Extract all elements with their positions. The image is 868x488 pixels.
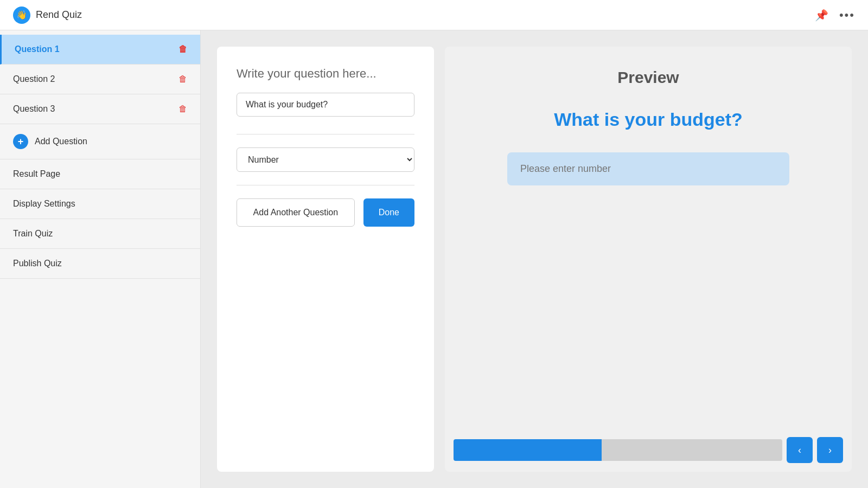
preview-title: Preview xyxy=(617,68,679,87)
preview-footer: ‹ › xyxy=(445,428,852,472)
main-layout: Question 1 🗑 Question 2 🗑 Question 3 🗑 +… xyxy=(0,30,868,488)
app-title: Rend Quiz xyxy=(36,9,82,21)
add-circle-icon: + xyxy=(13,134,28,149)
content-area: Write your question here... Number Text … xyxy=(201,30,868,488)
sidebar-item-label: Publish Quiz xyxy=(13,259,62,268)
sidebar-item-label: Question 3 xyxy=(13,104,55,114)
delete-icon[interactable]: 🗑 xyxy=(178,44,187,54)
add-question-item[interactable]: + Add Question xyxy=(0,124,200,159)
sidebar-item-question-3[interactable]: Question 3 🗑 xyxy=(0,94,200,124)
preview-question: What is your budget? xyxy=(554,108,743,131)
question-input[interactable] xyxy=(237,93,414,117)
sidebar-item-result-page[interactable]: Result Page xyxy=(0,159,200,189)
sidebar-item-publish-quiz[interactable]: Publish Quiz xyxy=(0,249,200,279)
topbar-right: 📌 ••• xyxy=(815,8,855,22)
sidebar-item-train-quiz[interactable]: Train Quiz xyxy=(0,219,200,249)
sidebar-item-display-settings[interactable]: Display Settings xyxy=(0,189,200,219)
delete-icon[interactable]: 🗑 xyxy=(178,104,187,114)
sidebar-item-question-1[interactable]: Question 1 🗑 xyxy=(0,35,200,65)
sidebar-item-label: Question 2 xyxy=(13,74,55,84)
delete-icon[interactable]: 🗑 xyxy=(178,74,187,84)
topbar-left: 👋 Rend Quiz xyxy=(13,7,82,24)
app-icon: 👋 xyxy=(13,7,30,24)
sidebar-item-label: Result Page xyxy=(13,169,60,179)
topbar: 👋 Rend Quiz 📌 ••• xyxy=(0,0,868,30)
progress-bar-empty xyxy=(602,439,782,461)
type-select[interactable]: Number Text Email Phone xyxy=(237,147,414,172)
pin-icon[interactable]: 📌 xyxy=(815,9,828,22)
progress-bar xyxy=(454,439,782,461)
sidebar: Question 1 🗑 Question 2 🗑 Question 3 🗑 +… xyxy=(0,30,201,488)
preview-content: Preview What is your budget? xyxy=(445,47,852,428)
add-question-label: Add Question xyxy=(35,137,87,146)
sidebar-item-label: Display Settings xyxy=(13,199,75,209)
sidebar-item-label: Question 1 xyxy=(15,44,60,54)
prev-button[interactable]: ‹ xyxy=(787,437,813,463)
action-buttons: Add Another Question Done xyxy=(237,198,414,227)
sidebar-item-question-2[interactable]: Question 2 🗑 xyxy=(0,65,200,94)
next-button[interactable]: › xyxy=(817,437,843,463)
add-another-question-button[interactable]: Add Another Question xyxy=(237,198,355,227)
progress-bar-fill xyxy=(454,439,602,461)
divider-1 xyxy=(237,134,414,134)
preview-number-input[interactable] xyxy=(507,152,789,185)
sidebar-item-label: Train Quiz xyxy=(13,229,53,239)
divider-2 xyxy=(237,185,414,185)
editor-panel: Write your question here... Number Text … xyxy=(217,47,434,472)
done-button[interactable]: Done xyxy=(363,198,414,227)
preview-panel: Preview What is your budget? ‹ › xyxy=(445,47,852,472)
more-icon[interactable]: ••• xyxy=(839,8,855,22)
editor-prompt: Write your question here... xyxy=(237,66,414,82)
